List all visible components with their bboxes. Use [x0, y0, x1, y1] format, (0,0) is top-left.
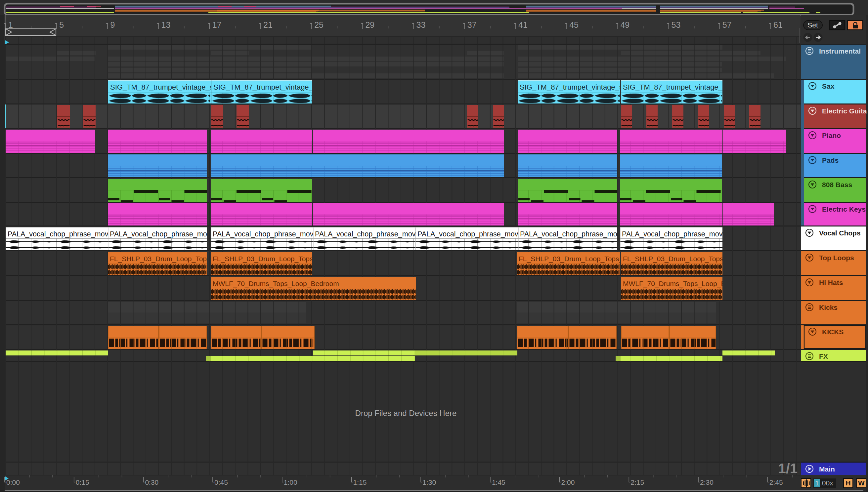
- svg-text:2:45: 2:45: [769, 478, 783, 486]
- svg-text:5: 5: [59, 20, 64, 29]
- svg-text:0:30: 0:30: [145, 478, 159, 486]
- svg-text:2:30: 2:30: [700, 478, 714, 486]
- svg-text:2:15: 2:15: [630, 478, 644, 486]
- svg-text:2:00: 2:00: [561, 478, 575, 486]
- svg-text:Electric Keys: Electric Keys: [822, 205, 866, 213]
- svg-text:0:15: 0:15: [76, 478, 89, 486]
- svg-text:29: 29: [365, 20, 375, 29]
- svg-text:MWLF_70_Drums_Tops_Loop_Bedroo: MWLF_70_Drums_Tops_Loop_Bedroom: [213, 280, 339, 288]
- svg-text:53: 53: [672, 20, 681, 29]
- svg-text:KICKS: KICKS: [822, 328, 844, 336]
- svg-text:1:15: 1:15: [353, 478, 367, 486]
- svg-text:Set: Set: [807, 21, 818, 29]
- svg-text:W: W: [858, 479, 865, 487]
- svg-text:1: 1: [8, 20, 13, 29]
- svg-text:FX: FX: [819, 352, 828, 360]
- svg-text:41: 41: [519, 20, 528, 29]
- svg-text:Top Loops: Top Loops: [819, 254, 854, 262]
- svg-text:1:00: 1:00: [284, 478, 297, 486]
- svg-text:13: 13: [162, 20, 171, 29]
- svg-text:H: H: [845, 479, 850, 487]
- svg-text:33: 33: [416, 20, 426, 29]
- svg-text:9: 9: [110, 20, 115, 29]
- svg-text:Drop Files and Devices Here: Drop Files and Devices Here: [355, 409, 457, 418]
- svg-text:FL_SHLP_03_Drum_Loop_Tops_Side: FL_SHLP_03_Drum_Loop_Tops_Side: [519, 255, 637, 263]
- svg-text:Sax: Sax: [822, 82, 835, 90]
- svg-text:1/1: 1/1: [778, 461, 798, 476]
- svg-text:37: 37: [467, 20, 477, 29]
- svg-text:25: 25: [314, 20, 323, 29]
- svg-text:57: 57: [722, 20, 732, 29]
- svg-text:21: 21: [263, 20, 272, 29]
- svg-text:61: 61: [773, 20, 783, 29]
- svg-text:1:30: 1:30: [423, 478, 436, 486]
- svg-text:Pads: Pads: [822, 156, 839, 164]
- svg-text:49: 49: [620, 20, 629, 29]
- svg-text:Piano: Piano: [822, 131, 841, 139]
- svg-text:45: 45: [569, 20, 579, 29]
- svg-text:Hi Hats: Hi Hats: [819, 279, 843, 286]
- svg-text:Electric Guita: Electric Guita: [822, 107, 867, 115]
- svg-text:1: 1: [815, 479, 819, 487]
- svg-text:Vocal Chops: Vocal Chops: [819, 229, 861, 237]
- svg-text:1:45: 1:45: [492, 478, 505, 486]
- svg-text:.00x: .00x: [820, 479, 833, 487]
- svg-text:0:00: 0:00: [6, 478, 20, 486]
- svg-text:0:45: 0:45: [214, 478, 228, 486]
- svg-text:Kicks: Kicks: [819, 303, 838, 311]
- svg-text:Instrumental: Instrumental: [819, 47, 861, 55]
- svg-text:808 Bass: 808 Bass: [822, 181, 852, 189]
- svg-text:17: 17: [212, 20, 222, 29]
- svg-text:Main: Main: [819, 465, 835, 473]
